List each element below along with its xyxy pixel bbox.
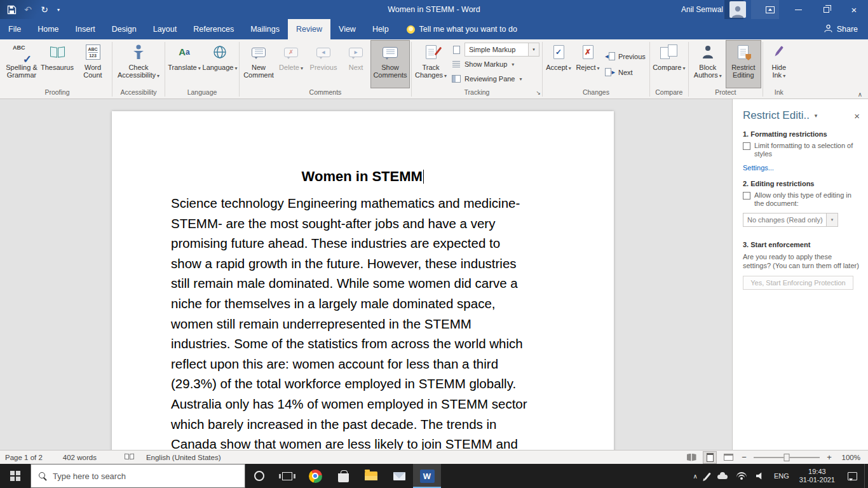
settings-link[interactable]: Settings... <box>743 164 860 172</box>
collapse-ribbon-button[interactable]: ∧ <box>858 91 862 98</box>
hide-ink-button[interactable]: Hide Ink▾ <box>764 40 794 88</box>
tab-file[interactable]: File <box>0 19 29 39</box>
show-desktop-button[interactable] <box>864 464 868 488</box>
track-changes-icon <box>426 43 437 62</box>
zoom-percentage[interactable]: 100% <box>839 454 860 461</box>
tray-expand-button[interactable]: ∧ <box>689 464 702 488</box>
pane-menu-button[interactable]: ▾ <box>815 112 818 119</box>
maximize-button[interactable] <box>812 0 840 19</box>
onedrive-icon[interactable] <box>713 464 732 488</box>
check-accessibility-button[interactable]: Check Accessibility▾ <box>114 40 163 88</box>
display-for-review-combo[interactable]: Simple Markup ▾ <box>465 43 539 57</box>
tab-review[interactable]: Review <box>288 19 330 39</box>
pen-tray-icon[interactable] <box>702 464 713 488</box>
show-markup-button[interactable]: Show Markup ▾ <box>451 57 539 71</box>
tellme-label: Tell me what you want to do <box>419 25 517 34</box>
avatar[interactable] <box>729 1 746 18</box>
button-label: Language <box>203 64 234 71</box>
document-body[interactable]: Science technology Engineering mathemati… <box>171 193 555 450</box>
zoom-in-button[interactable]: + <box>825 452 833 462</box>
read-mode-button[interactable] <box>685 452 698 463</box>
start-button[interactable] <box>0 464 31 488</box>
undo-button[interactable]: ↶ <box>22 3 34 17</box>
tab-view[interactable]: View <box>330 19 364 39</box>
allow-editing-checkbox[interactable] <box>743 192 750 200</box>
tab-insert[interactable]: Insert <box>67 19 104 39</box>
close-button[interactable]: × <box>840 0 868 19</box>
word-taskbar-button[interactable]: W <box>413 464 441 488</box>
file-explorer-button[interactable] <box>357 464 385 488</box>
store-button[interactable] <box>329 464 357 488</box>
editing-type-dropdown[interactable]: No changes (Read only) ▾ <box>743 213 838 227</box>
search-input[interactable] <box>53 471 238 481</box>
restrict-editing-button[interactable]: Restrict Editing <box>726 40 761 88</box>
chevron-down-icon[interactable]: ▾ <box>528 43 539 56</box>
compare-button[interactable]: Compare▾ <box>651 40 687 88</box>
ribbon-display-options-button[interactable] <box>756 0 784 19</box>
chevron-down-icon: ▾ <box>682 65 685 71</box>
word-count-button[interactable]: ABC123 Word Count <box>75 40 111 88</box>
task-view-button[interactable] <box>273 464 301 488</box>
tab-mailings[interactable]: Mailings <box>242 19 288 39</box>
delete-comment-button[interactable]: ✗ Delete▾ <box>276 40 306 88</box>
start-enforcing-button[interactable]: Yes, Start Enforcing Protection <box>743 276 853 290</box>
new-comment-button[interactable]: New Comment <box>241 40 276 88</box>
network-icon[interactable] <box>732 464 752 488</box>
previous-comment-button[interactable]: ◂ Previous <box>306 40 341 88</box>
proofing-status-icon[interactable] <box>119 453 140 462</box>
tab-layout[interactable]: Layout <box>145 19 186 39</box>
tracking-dialog-launcher[interactable]: ↘ <box>536 89 541 97</box>
limit-formatting-checkbox-row[interactable]: Limit formatting to a selection of style… <box>743 142 860 158</box>
previous-change-button[interactable]: ◂ Previous <box>602 48 648 64</box>
volume-icon[interactable] <box>752 464 770 488</box>
clock[interactable]: 19:43 31-01-2021 <box>794 468 841 484</box>
language-indicator[interactable]: ENG <box>770 464 794 488</box>
tab-design[interactable]: Design <box>104 19 145 39</box>
chrome-button[interactable] <box>301 464 329 488</box>
zoom-slider[interactable] <box>754 457 820 458</box>
chevron-down-icon: ▾ <box>569 65 571 71</box>
web-layout-button[interactable] <box>722 452 735 463</box>
zoom-out-button[interactable]: − <box>740 452 748 462</box>
accept-button[interactable]: ✓ Accept▾ <box>544 40 573 88</box>
language-status[interactable]: English (United States) <box>140 454 227 461</box>
cortana-button[interactable] <box>245 464 273 488</box>
language-button[interactable]: Language▾ <box>202 40 238 88</box>
limit-formatting-checkbox[interactable] <box>743 142 750 150</box>
show-comments-button[interactable]: Show Comments <box>370 40 410 88</box>
block-authors-button[interactable]: Block Authors▾ <box>690 40 726 88</box>
next-comment-button[interactable]: ▸ Next <box>341 40 370 88</box>
document-page[interactable]: Women in STEMM Science technology Engine… <box>112 111 614 450</box>
qat-customize-button[interactable]: ▾ <box>55 3 62 17</box>
taskbar-search[interactable] <box>31 464 245 488</box>
allow-editing-checkbox-row[interactable]: Allow only this type of editing in the d… <box>743 191 860 208</box>
action-center-button[interactable] <box>841 464 864 488</box>
pane-close-button[interactable]: × <box>854 111 860 121</box>
print-layout-button[interactable] <box>703 452 716 463</box>
page-indicator[interactable]: Page 1 of 2 <box>5 454 48 461</box>
translate-button[interactable]: Aa Translate▾ <box>166 40 202 88</box>
thesaurus-button[interactable]: Thesaurus <box>39 40 75 88</box>
translate-icon: Aa <box>179 43 190 62</box>
ribbon-group-label: Comments <box>241 88 410 98</box>
word-count[interactable]: 402 words <box>57 454 102 461</box>
tab-home[interactable]: Home <box>29 19 67 39</box>
reject-button[interactable]: ✗ Reject▾ <box>573 40 602 88</box>
tellme-search[interactable]: Tell me what you want to do <box>397 19 527 39</box>
user-name[interactable]: Anil Semwal <box>681 5 723 14</box>
minimize-button[interactable] <box>784 0 812 19</box>
mail-button[interactable] <box>385 464 413 488</box>
share-button[interactable]: Share <box>814 19 868 39</box>
save-button[interactable] <box>5 3 18 17</box>
next-change-button[interactable]: ▸ Next <box>602 64 648 80</box>
spelling-grammar-button[interactable]: ABC✓ Spelling & Grammar <box>4 40 39 88</box>
reviewing-pane-button[interactable]: Reviewing Pane ▾ <box>451 72 539 86</box>
chevron-down-icon[interactable]: ▾ <box>826 214 837 226</box>
tab-help[interactable]: Help <box>364 19 397 39</box>
tab-references[interactable]: References <box>185 19 242 39</box>
redo-button[interactable]: ↻ <box>38 3 51 17</box>
accept-icon: ✓ <box>553 43 564 62</box>
ribbon-group-ink: Hide Ink▾ Ink <box>763 40 795 98</box>
zoom-slider-thumb[interactable] <box>784 454 790 461</box>
track-changes-button[interactable]: Track Changes▾ <box>413 40 449 88</box>
